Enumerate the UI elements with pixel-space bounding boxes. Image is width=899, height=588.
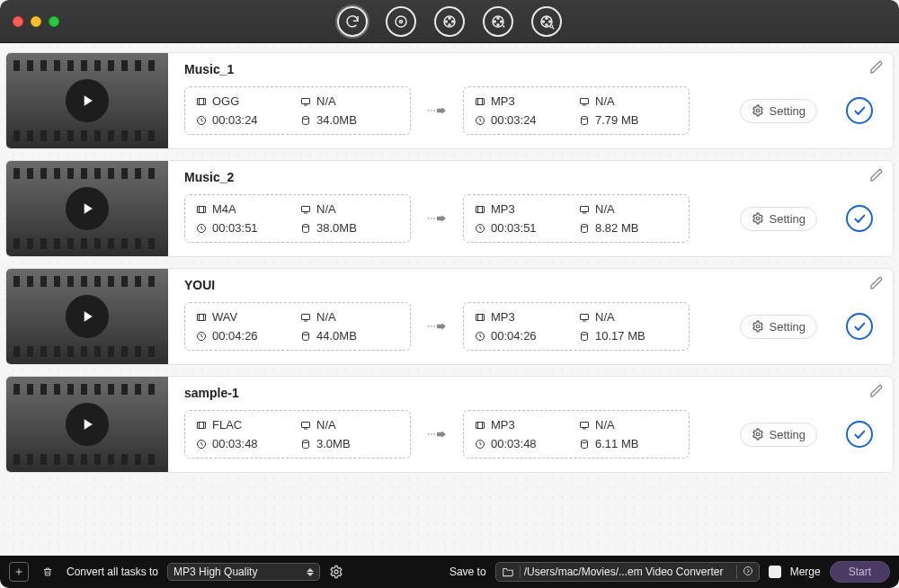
svg-rect-62 xyxy=(581,422,589,427)
svg-point-40 xyxy=(582,224,588,227)
svg-point-52 xyxy=(582,332,588,334)
target-info: MP3 N/A 00:03:51 8.82 MB xyxy=(463,194,690,243)
thumbnail[interactable] xyxy=(6,269,168,364)
svg-point-24 xyxy=(433,110,435,111)
task-details: WAV N/A 00:04:26 44.0MB MP3 N/A 00:04:26… xyxy=(184,299,880,353)
task-details: FLAC N/A 00:03:48 3.0MB MP3 N/A 00:03:48… xyxy=(184,407,880,461)
bottom-bar: Convert all tasks to MP3 High Quality Sa… xyxy=(0,556,899,588)
edit-icon[interactable] xyxy=(869,384,884,401)
open-path-button[interactable] xyxy=(736,566,759,579)
svg-rect-55 xyxy=(302,422,310,427)
svg-point-16 xyxy=(546,23,547,25)
svg-point-0 xyxy=(396,16,406,27)
svg-rect-26 xyxy=(581,98,589,103)
svg-point-6 xyxy=(449,23,450,25)
svg-point-10 xyxy=(501,20,503,22)
source-info: WAV N/A 00:04:26 44.0MB xyxy=(184,302,411,351)
svg-point-5 xyxy=(452,20,454,22)
start-button[interactable]: Start xyxy=(830,561,890,583)
preset-select[interactable]: MP3 High Quality xyxy=(167,563,320,581)
svg-rect-31 xyxy=(302,206,310,211)
source-info: OGG N/A 00:03:24 34.0MB xyxy=(184,86,411,135)
setting-button[interactable]: Setting xyxy=(740,423,817,447)
merge-checkbox[interactable] xyxy=(769,566,781,578)
disc-icon[interactable] xyxy=(386,6,416,37)
svg-point-45 xyxy=(303,332,309,334)
svg-rect-54 xyxy=(198,422,206,428)
reel-icon[interactable] xyxy=(434,6,465,37)
maximize-window[interactable] xyxy=(49,16,59,27)
svg-point-15 xyxy=(549,20,551,22)
preset-value: MP3 High Quality xyxy=(174,566,257,578)
merge-label: Merge xyxy=(790,566,821,578)
svg-point-23 xyxy=(431,110,432,111)
arrow-icon xyxy=(423,322,450,331)
svg-rect-43 xyxy=(302,314,310,319)
preset-settings-icon[interactable] xyxy=(329,565,343,579)
edit-icon[interactable] xyxy=(869,276,884,293)
window-controls xyxy=(13,16,59,27)
stepper-icon xyxy=(307,568,314,576)
reel-add-icon[interactable] xyxy=(483,6,513,37)
svg-point-67 xyxy=(743,566,752,575)
svg-point-57 xyxy=(303,440,309,442)
svg-point-60 xyxy=(433,433,435,435)
task-title: YOUI xyxy=(184,278,880,292)
delete-task-button[interactable] xyxy=(38,562,58,582)
thumbnail[interactable] xyxy=(6,53,168,148)
svg-point-8 xyxy=(497,17,499,19)
svg-rect-37 xyxy=(476,206,485,212)
target-info: MP3 N/A 00:03:24 7.79 MB xyxy=(463,86,690,135)
thumbnail[interactable] xyxy=(6,161,168,256)
setting-button[interactable]: Setting xyxy=(740,207,817,231)
svg-point-13 xyxy=(546,17,547,19)
svg-rect-30 xyxy=(198,206,206,212)
arrow-icon xyxy=(423,430,450,439)
reel-search-icon[interactable] xyxy=(531,6,562,37)
play-icon xyxy=(66,295,109,338)
svg-rect-42 xyxy=(198,314,206,320)
select-check[interactable] xyxy=(846,313,873,340)
svg-rect-50 xyxy=(581,314,589,319)
play-icon xyxy=(66,187,109,230)
setting-button[interactable]: Setting xyxy=(740,315,817,339)
task-title: Music_2 xyxy=(184,170,880,184)
refresh-icon[interactable] xyxy=(337,6,368,37)
svg-point-58 xyxy=(428,433,430,435)
titlebar xyxy=(0,0,899,43)
svg-point-36 xyxy=(433,218,435,219)
arrow-icon xyxy=(423,106,450,115)
folder-icon[interactable] xyxy=(496,566,521,578)
svg-point-29 xyxy=(756,109,760,112)
save-path-input[interactable] xyxy=(521,563,736,581)
play-icon xyxy=(66,79,109,122)
setting-button[interactable]: Setting xyxy=(740,99,817,123)
svg-point-9 xyxy=(494,20,495,22)
add-task-button[interactable] xyxy=(9,562,29,582)
edit-icon[interactable] xyxy=(869,168,884,185)
target-info: MP3 N/A 00:03:48 6.11 MB xyxy=(463,410,690,459)
svg-rect-19 xyxy=(302,98,310,103)
play-icon xyxy=(66,403,109,446)
minimize-window[interactable] xyxy=(31,16,41,27)
select-check[interactable] xyxy=(846,205,873,232)
save-path-box xyxy=(495,562,760,582)
svg-point-3 xyxy=(449,17,450,19)
task-details: M4A N/A 00:03:51 38.0MB MP3 N/A 00:03:51… xyxy=(184,192,880,245)
svg-rect-38 xyxy=(581,206,589,211)
svg-point-22 xyxy=(428,110,430,111)
thumbnail[interactable] xyxy=(6,377,168,472)
task-details: OGG N/A 00:03:24 34.0MB MP3 N/A 00:03:24… xyxy=(184,84,880,138)
close-window[interactable] xyxy=(13,16,23,27)
select-check[interactable] xyxy=(846,421,873,448)
svg-point-14 xyxy=(542,20,544,22)
svg-point-4 xyxy=(445,20,447,22)
svg-point-34 xyxy=(428,218,430,219)
svg-point-66 xyxy=(334,570,338,574)
edit-icon[interactable] xyxy=(869,60,884,77)
svg-point-11 xyxy=(497,23,499,25)
svg-rect-18 xyxy=(198,98,206,104)
task-title: sample-1 xyxy=(184,386,880,400)
select-check[interactable] xyxy=(846,97,873,124)
task-row: Music_1 OGG N/A 00:03:24 34.0MB MP3 N/A … xyxy=(5,52,894,149)
